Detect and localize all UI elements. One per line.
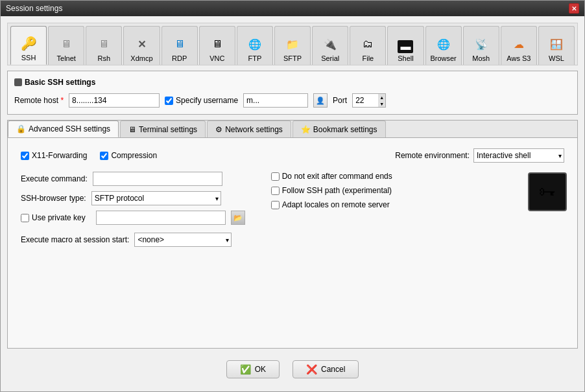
- tab-sftp[interactable]: 📁 SFTP: [274, 26, 311, 65]
- remote-env-select-wrapper: Interactive shell Default shell Custom c…: [473, 148, 564, 163]
- tab-awss3[interactable]: ☁ Aws S3: [501, 26, 537, 65]
- private-key-browse-button[interactable]: 📂: [231, 211, 245, 225]
- tab-rdp[interactable]: 🖥 RDP: [161, 26, 198, 65]
- remote-env-select[interactable]: Interactive shell Default shell Custom c…: [473, 148, 564, 163]
- tab-network[interactable]: ⚙ Network settings: [207, 121, 291, 137]
- port-increment[interactable]: ▲: [378, 94, 385, 100]
- cancel-button[interactable]: ❌ Cancel: [292, 360, 359, 378]
- tab-browser[interactable]: 🌐 Browser: [425, 26, 462, 65]
- use-private-key-row: Use private key 📂: [21, 211, 245, 225]
- left-col: Execute command: SSH-browser type: SFTP …: [21, 172, 245, 225]
- port-input[interactable]: [352, 93, 378, 108]
- remote-env-label: Remote environment:: [395, 151, 470, 160]
- ssh-browser-select[interactable]: SFTP protocol SCP protocol None: [91, 191, 221, 205]
- window-title: Session settings: [6, 4, 62, 13]
- session-settings-window: Session settings ✕ 🔑 SSH 🖥 Telnet 🖥 Rsh …: [0, 0, 585, 392]
- do-not-exit-label[interactable]: Do not exit after command ends: [271, 172, 392, 181]
- follow-ssh-path-checkbox[interactable]: [271, 187, 280, 195]
- adapt-locales-text: Adapt locales on remote server: [282, 200, 390, 209]
- main-content: 🔑 SSH 🖥 Telnet 🖥 Rsh ✕ Xdmcp 🖥 RDP: [1, 16, 584, 391]
- advanced-container: 🔒 Advanced SSH settings 🖥 Terminal setti…: [7, 120, 578, 349]
- compression-text: Compression: [111, 151, 157, 160]
- close-button[interactable]: ✕: [569, 3, 579, 14]
- tab-sftp-label: SFTP: [283, 54, 302, 62]
- execute-macro-label: Execute macro at session start:: [21, 235, 129, 244]
- adv-ssh-tab-label: Advanced SSH settings: [29, 124, 110, 133]
- ok-button[interactable]: ✅ OK: [226, 360, 280, 378]
- serial-icon: 🔌: [321, 35, 339, 53]
- tab-rsh-label: Rsh: [98, 54, 111, 62]
- tab-vnc[interactable]: 🖥 VNC: [199, 26, 235, 65]
- username-input[interactable]: [243, 93, 308, 108]
- ftp-icon: 🌐: [246, 35, 264, 53]
- tab-shell-label: Shell: [398, 54, 413, 62]
- ok-label: OK: [255, 365, 266, 374]
- tab-ssh[interactable]: 🔑 SSH: [10, 26, 47, 65]
- tab-terminal[interactable]: 🖥 Terminal settings: [120, 121, 206, 137]
- do-not-exit-text: Do not exit after command ends: [282, 172, 392, 181]
- port-spin-buttons: ▲ ▼: [378, 93, 386, 108]
- port-decrement[interactable]: ▼: [378, 100, 385, 107]
- tab-telnet-label: Telnet: [57, 54, 76, 62]
- private-key-input[interactable]: [96, 211, 226, 225]
- tab-vnc-label: VNC: [209, 54, 224, 62]
- tab-ssh-label: SSH: [21, 54, 36, 62]
- ssh-browser-select-wrapper: SFTP protocol SCP protocol None: [91, 191, 221, 205]
- tab-file-label: File: [362, 54, 374, 62]
- execute-command-input[interactable]: [93, 172, 222, 186]
- title-bar: Session settings ✕: [1, 1, 584, 16]
- tab-serial-label: Serial: [321, 54, 339, 62]
- use-private-key-label[interactable]: Use private key: [21, 213, 86, 222]
- awss3-icon: ☁: [510, 35, 528, 53]
- use-private-key-text: Use private key: [32, 213, 86, 222]
- basic-ssh-title-text: Basic SSH settings: [25, 78, 95, 87]
- adapt-locales-label[interactable]: Adapt locales on remote server: [271, 200, 392, 209]
- tab-advanced-ssh[interactable]: 🔒 Advanced SSH settings: [8, 121, 119, 137]
- tab-shell[interactable]: ▬ Shell: [387, 26, 424, 65]
- tab-awss3-label: Aws S3: [507, 54, 531, 62]
- compression-label[interactable]: Compression: [100, 151, 157, 160]
- tab-bookmark[interactable]: ⭐ Bookmark settings: [292, 121, 386, 137]
- ssh-browser-label: SSH-browser type:: [21, 194, 86, 203]
- tab-rdp-label: RDP: [172, 54, 187, 62]
- adapt-locales-checkbox[interactable]: [271, 201, 280, 209]
- shell-icon: ▬: [398, 40, 413, 53]
- ssh-icon: 🔑: [19, 34, 38, 52]
- x11-forwarding-checkbox[interactable]: [21, 152, 29, 160]
- protocol-tabs: 🔑 SSH 🖥 Telnet 🖥 Rsh ✕ Xdmcp 🖥 RDP: [7, 23, 578, 65]
- tab-wsl[interactable]: 🪟 WSL: [538, 26, 575, 65]
- key-icon-decoration: 🗝: [528, 172, 567, 211]
- do-not-exit-checkbox[interactable]: [271, 172, 280, 181]
- sftp-icon: 📁: [283, 35, 302, 53]
- tab-mosh[interactable]: 📡 Mosh: [463, 26, 499, 65]
- compression-checkbox[interactable]: [100, 152, 108, 160]
- bottom-buttons: ✅ OK ❌ Cancel: [7, 354, 578, 385]
- cancel-label: Cancel: [321, 365, 345, 374]
- tab-terminal-label: Terminal settings: [139, 125, 197, 134]
- rdp-icon: 🖥: [171, 35, 189, 53]
- tab-xdmcp-label: Xdmcp: [130, 54, 152, 62]
- execute-macro-select[interactable]: <none>: [134, 233, 232, 247]
- tab-telnet[interactable]: 🖥 Telnet: [48, 26, 84, 65]
- remote-host-input[interactable]: [69, 93, 160, 108]
- mosh-icon: 📡: [472, 35, 490, 53]
- x11-forwarding-label[interactable]: X11-Forwarding: [21, 151, 87, 160]
- tab-browser-label: Browser: [430, 54, 456, 62]
- specify-username-check-label[interactable]: Specify username: [165, 96, 238, 105]
- tab-serial[interactable]: 🔌 Serial: [312, 26, 348, 65]
- advanced-ssh-content: X11-Forwarding Compression Remote enviro…: [8, 138, 577, 348]
- execute-macro-select-wrapper: <none>: [134, 233, 232, 247]
- follow-ssh-path-label[interactable]: Follow SSH path (experimental): [271, 186, 392, 195]
- tab-rsh[interactable]: 🖥 Rsh: [86, 26, 122, 65]
- rsh-icon: 🖥: [95, 35, 113, 53]
- tab-file[interactable]: 🗂 File: [350, 26, 386, 65]
- key-emoji: 🗝: [539, 182, 556, 202]
- tab-xdmcp[interactable]: ✕ Xdmcp: [123, 26, 160, 65]
- cancel-icon: ❌: [306, 364, 317, 375]
- basic-ssh-icon: [14, 78, 22, 86]
- tab-ftp[interactable]: 🌐 FTP: [237, 26, 273, 65]
- username-browse-button[interactable]: 👤: [313, 93, 328, 108]
- use-private-key-checkbox[interactable]: [21, 214, 29, 222]
- specify-username-checkbox[interactable]: [165, 97, 173, 105]
- tab-network-label: Network settings: [225, 125, 283, 134]
